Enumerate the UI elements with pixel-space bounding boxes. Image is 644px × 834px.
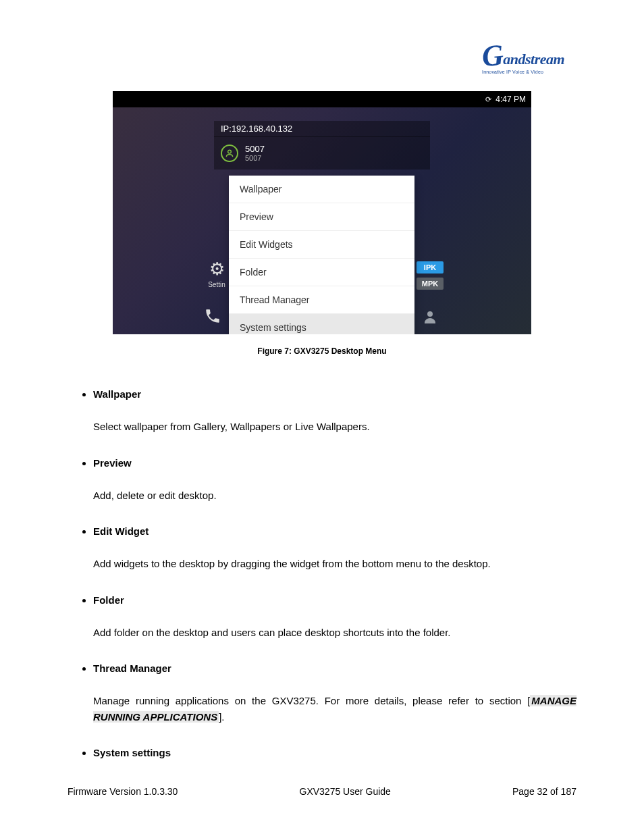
- bullet-system-settings: System settings: [93, 745, 576, 760]
- status-bar: ⟳ 4:47 PM: [113, 91, 531, 107]
- desktop-context-menu: Wallpaper Preview Edit Widgets Folder Th…: [229, 176, 414, 334]
- bg-mpk-panel: IPK MPK: [417, 261, 444, 294]
- status-time: 4:47 PM: [495, 95, 526, 104]
- bullet-desc: Select wallpaper from Gallery, Wallpaper…: [93, 419, 576, 434]
- svg-point-1: [427, 311, 433, 317]
- bg-settings-app: ⚙ Settin: [202, 259, 232, 288]
- account-widget: IP:192.168.40.132 5007 5007: [214, 121, 430, 170]
- account-name: 5007: [245, 144, 265, 155]
- menu-item-system-settings[interactable]: System settings: [229, 314, 414, 334]
- footer-firmware: Firmware Version 1.0.3.30: [68, 786, 178, 797]
- menu-item-folder[interactable]: Folder: [229, 259, 414, 286]
- gear-icon: ⚙: [202, 259, 232, 280]
- bullet-title: Preview: [93, 457, 132, 469]
- account-row: 5007 5007: [214, 137, 430, 170]
- bullet-title: Edit Widget: [93, 525, 149, 537]
- figure-caption: Figure 7: GXV3275 Desktop Menu: [68, 346, 576, 356]
- page-body: Wallpaper Select wallpaper from Gallery,…: [68, 386, 576, 760]
- phone-icon: [204, 307, 221, 330]
- svg-point-0: [228, 150, 232, 153]
- logo-text: Gandstream: [482, 37, 576, 72]
- logo-letter-g: G: [481, 38, 505, 74]
- bullet-title: System settings: [93, 747, 171, 758]
- page-footer: Firmware Version 1.0.3.30 GXV3275 User G…: [68, 786, 576, 797]
- account-avatar-icon: [221, 145, 238, 162]
- bullet-title: Thread Manager: [93, 662, 171, 674]
- figure-screenshot: ⟳ 4:47 PM IP:192.168.40.132 5007 5007 ⚙ …: [113, 91, 531, 334]
- account-sub: 5007: [245, 154, 265, 163]
- bullet-desc: Add, delete or edit desktop.: [93, 488, 576, 503]
- person-icon: [422, 309, 438, 329]
- desc-post: ].: [219, 711, 224, 723]
- bullet-folder: Folder Add folder on the desktop and use…: [93, 592, 576, 641]
- ip-address-label: IP:192.168.40.132: [214, 121, 430, 137]
- bullet-desc: Add folder on the desktop and users can …: [93, 625, 576, 640]
- bullet-preview: Preview Add, delete or edit desktop.: [93, 455, 576, 504]
- menu-item-wallpaper[interactable]: Wallpaper: [229, 176, 414, 203]
- footer-title: GXV3275 User Guide: [300, 786, 391, 797]
- footer-page: Page 32 of 187: [512, 786, 576, 797]
- bullet-thread-manager: Thread Manager Manage running applicatio…: [93, 660, 576, 725]
- mpk-button-1: IPK: [417, 261, 444, 273]
- logo-brand-rest: andstream: [503, 51, 564, 68]
- account-text: 5007 5007: [245, 144, 265, 163]
- bg-settings-label: Settin: [202, 281, 232, 288]
- menu-item-preview[interactable]: Preview: [229, 203, 414, 231]
- sync-icon: ⟳: [485, 95, 491, 104]
- menu-item-thread-manager[interactable]: Thread Manager: [229, 286, 414, 314]
- menu-item-edit-widgets[interactable]: Edit Widgets: [229, 231, 414, 259]
- bullet-title: Folder: [93, 594, 124, 606]
- mpk-button-2: MPK: [417, 278, 444, 290]
- desc-pre: Manage running applications on the GXV32…: [93, 695, 530, 706]
- bullet-desc: Manage running applications on the GXV32…: [93, 693, 576, 725]
- bullet-edit-widget: Edit Widget Add widgets to the desktop b…: [93, 523, 576, 572]
- bullet-wallpaper: Wallpaper Select wallpaper from Gallery,…: [93, 386, 576, 435]
- bullet-desc: Add widgets to the desktop by dragging t…: [93, 556, 576, 571]
- brand-logo: Gandstream Innovative IP Voice & Video: [482, 37, 576, 74]
- bullet-title: Wallpaper: [93, 388, 141, 400]
